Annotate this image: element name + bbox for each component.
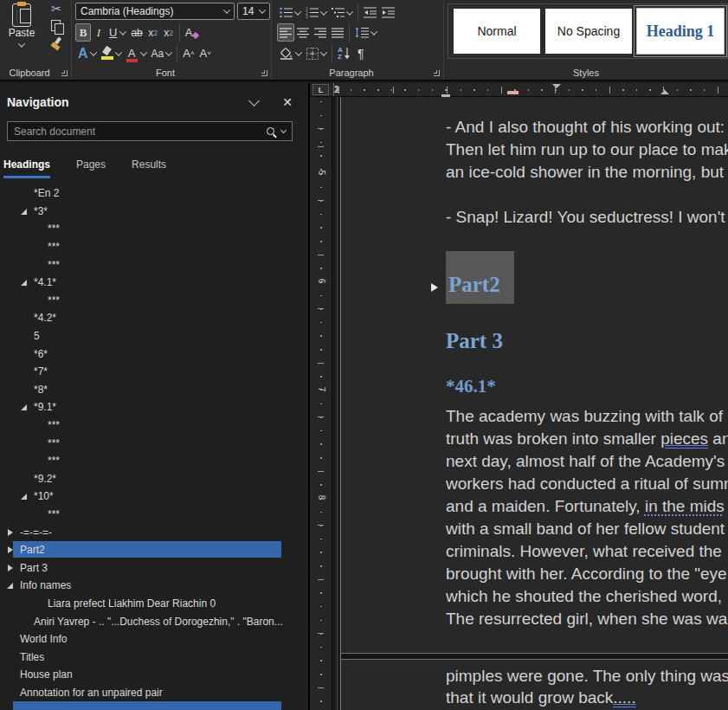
paragraph[interactable]: - Snap! Lizard! You seductress! I won't [446,206,728,229]
bold-button[interactable]: B [75,23,91,42]
tree-item[interactable] [0,701,308,710]
tree-item[interactable]: -=-=-=- [0,523,308,541]
font-dialog-launcher-icon[interactable] [261,70,267,76]
increase-indent-button[interactable] [379,3,397,22]
format-painter-icon[interactable] [49,37,63,51]
tree-item[interactable]: *10* [0,487,308,506]
borders-button[interactable] [304,44,329,62]
multilevel-list-button[interactable] [329,3,355,22]
paragraph[interactable]: pimples were gone. The only thing wastha… [446,665,728,708]
text-effects-button[interactable]: A [75,44,99,62]
tree-item[interactable]: *4.2* [0,309,308,327]
clipboard-dialog-launcher-icon[interactable] [61,70,68,76]
superscript-button[interactable]: x2 [161,23,177,42]
ruler-number: 8 [317,492,326,504]
tree-item[interactable]: Liara prefect Liakhim Dear Riachin 0 [0,595,308,613]
heading[interactable]: *46.1* [446,375,728,398]
paragraph[interactable]: The academy was buzzing with talk oftrut… [446,405,728,630]
style-card[interactable]: Heading 1 [637,9,724,54]
left-indent-marker[interactable] [441,94,450,97]
font-color-button[interactable]: A [124,44,149,62]
justify-button[interactable] [329,23,346,42]
tree-item[interactable]: *8* [0,381,308,399]
style-card[interactable]: Normal [454,9,540,54]
align-center-button[interactable] [294,23,312,42]
paste-button[interactable]: Paste [3,2,41,64]
tree-item[interactable]: *En 2 [0,184,308,203]
first-line-indent-marker[interactable] [552,84,561,88]
tree-item[interactable]: *** [0,220,308,238]
vertical-ruler[interactable]: 5678 [310,97,332,710]
search-input[interactable]: Search document [7,121,293,141]
collapse-triangle-icon[interactable] [431,283,438,292]
tree-item[interactable]: *9.1* [0,398,308,416]
font-name-select[interactable]: Cambria (Headings) [75,3,235,20]
tab-selector[interactable]: L [312,84,329,95]
style-card[interactable]: No Spacing [545,9,632,54]
tree-item[interactable]: Part 3 [0,558,308,577]
page: - And I also thought of his working out:… [340,97,728,710]
hanging-indent-marker[interactable] [660,90,669,94]
nav-tab[interactable]: Pages [76,158,106,178]
align-left-button[interactable] [277,23,294,42]
tree-item[interactable]: House plan [0,666,308,684]
search-icon[interactable] [267,127,274,135]
tree-item[interactable]: *4.1* [0,274,308,292]
close-icon[interactable]: ✕ [282,95,293,109]
chevron-down-icon[interactable] [248,95,260,106]
page-content[interactable]: - And I also thought of his working out:… [341,97,728,710]
tree-item[interactable]: Titles [0,648,308,666]
nav-tab[interactable]: Results [132,158,166,178]
paragraph-dialog-launcher-icon[interactable] [434,70,440,76]
tree-item[interactable]: *** [0,434,308,452]
doc-line: that it would grow back..... [446,687,728,708]
numbering-button[interactable]: 123 [303,3,329,22]
change-case-button[interactable]: Aa [149,44,175,62]
bullet-list-icon [280,7,293,18]
grow-font-button[interactable]: A˄ [180,44,196,62]
paragraph[interactable]: - And I also thought of his working out:… [446,116,728,184]
cut-icon[interactable]: ✂ [51,2,61,16]
heading[interactable]: Part 3 [446,328,728,356]
tree-item[interactable]: 5 [0,327,308,345]
tree-item[interactable]: *6* [0,345,308,363]
tree-item[interactable]: World Info [0,630,308,649]
shading-button[interactable] [277,44,304,62]
pilcrow-button[interactable]: ¶ [353,44,369,62]
shrink-font-button[interactable]: A˅ [197,44,214,62]
tree-item[interactable]: Info names [0,577,308,595]
underline-button[interactable]: U [106,23,128,42]
tree-item[interactable]: *** [0,238,308,256]
nav-tab[interactable]: Headings [3,158,50,178]
decrease-indent-icon [364,7,377,18]
line-spacing-button[interactable] [352,23,379,42]
font-size-select[interactable]: 14 [237,3,270,20]
tree-item[interactable]: *** [0,292,308,310]
ruler-number: 2 [334,85,339,94]
decrease-indent-button[interactable] [361,3,379,22]
tree-item[interactable]: *** [0,506,308,524]
tree-item[interactable]: *** [0,255,308,274]
tree-item[interactable]: Annotation for an unpaired pair [0,684,308,702]
tree-item[interactable]: *3* [0,203,308,221]
subscript-button[interactable]: x2 [145,23,161,42]
heading[interactable]: Part2 [431,251,728,304]
chevron-down-icon[interactable] [280,127,287,133]
tree-item[interactable]: *9.2* [0,470,308,488]
highlight-color-button[interactable] [99,44,124,62]
align-right-button[interactable] [312,23,329,42]
bullets-button[interactable] [277,3,303,22]
tree-item[interactable]: *7* [0,363,308,381]
copy-icon[interactable] [51,20,62,33]
tree-item[interactable]: Aniri Yavrep - .. "...Duchess of Dorogez… [0,612,308,630]
tree-item[interactable]: *** [0,416,308,435]
horizontal-ruler[interactable]: L 12 [310,83,728,97]
italic-button[interactable]: I [91,23,106,42]
sort-button[interactable]: AZ [335,44,353,62]
clipboard-group: Paste ✂ Clipboard [0,0,72,80]
strikethrough-button[interactable]: ab [128,23,145,42]
doc-line: Then let him run up to our place to mak [446,139,728,161]
tree-item[interactable]: *** [0,452,308,470]
tree-item[interactable]: Part2 [0,541,308,559]
clear-formatting-button[interactable]: A [183,23,202,42]
